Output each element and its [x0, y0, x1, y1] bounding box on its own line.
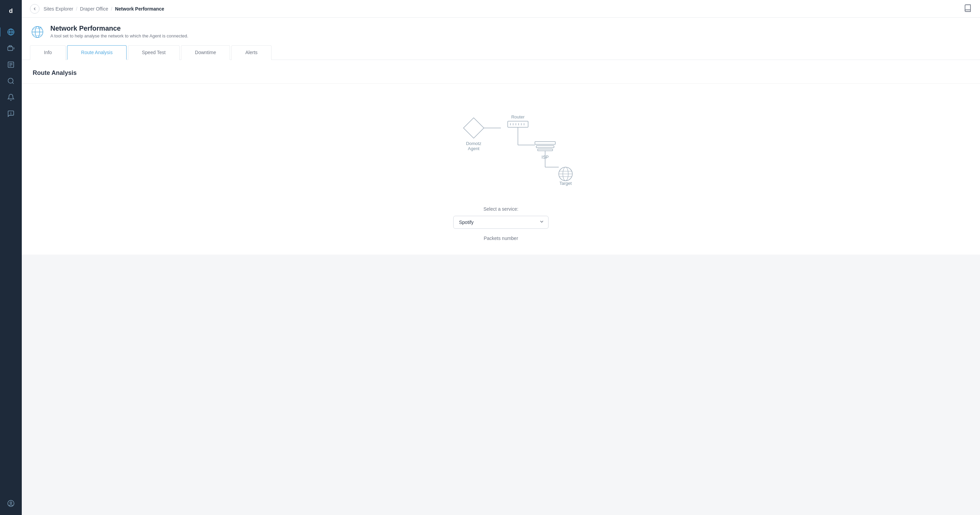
tab-info[interactable]: Info	[30, 45, 66, 60]
sidebar-item-support[interactable]	[3, 496, 18, 511]
breadcrumb: Sites Explorer / Draper Office / Network…	[43, 6, 164, 11]
sidebar: d	[0, 0, 22, 515]
section-header: Route Analysis	[22, 60, 980, 84]
service-select-wrapper[interactable]: Spotify Google Netflix Amazon YouTube	[453, 216, 549, 229]
router-node: Router	[508, 114, 535, 145]
svg-point-13	[8, 501, 14, 507]
page-header: Network Performance A tool set to help a…	[22, 18, 980, 60]
tab-alerts[interactable]: Alerts	[231, 45, 272, 60]
tab-downtime[interactable]: Downtime	[181, 45, 230, 60]
svg-marker-18	[463, 118, 484, 138]
sidebar-item-monitoring[interactable]	[3, 73, 18, 89]
svg-point-9	[8, 78, 13, 83]
sidebar-item-alerts[interactable]	[3, 90, 18, 105]
packets-label: Packets number	[484, 236, 518, 241]
svg-text:Agent: Agent	[468, 146, 479, 151]
svg-rect-33	[536, 146, 554, 148]
content-area: Network Performance A tool set to help a…	[22, 18, 980, 515]
svg-rect-3	[8, 47, 13, 50]
svg-line-10	[12, 82, 14, 84]
page-title: Network Performance	[50, 24, 188, 32]
isp-node: ISP	[535, 142, 559, 167]
tabs: Info Route Analysis Speed Test Downtime …	[30, 45, 972, 59]
breadcrumb-draper[interactable]: Draper Office	[80, 6, 108, 11]
svg-text:Target: Target	[559, 181, 572, 186]
breadcrumb-sites[interactable]: Sites Explorer	[43, 6, 73, 11]
tab-route-analysis[interactable]: Route Analysis	[67, 45, 127, 60]
book-icon[interactable]	[964, 4, 972, 14]
back-button[interactable]	[30, 4, 40, 14]
sidebar-item-reports[interactable]	[3, 57, 18, 72]
network-diagram-svg: Domotz Agent	[35, 97, 966, 206]
main-content: Sites Explorer / Draper Office / Network…	[22, 0, 980, 515]
diagram-area: Domotz Agent	[22, 84, 980, 255]
page-subtitle: A tool set to help analyse the network t…	[50, 33, 188, 38]
sidebar-item-feedback[interactable]	[3, 106, 18, 121]
svg-text:Domotz: Domotz	[466, 141, 482, 146]
breadcrumb-sep-2: /	[111, 6, 112, 11]
target-node: Target	[559, 167, 572, 186]
section-title: Route Analysis	[33, 69, 969, 77]
breadcrumb-current: Network Performance	[115, 6, 164, 11]
service-label: Select a service:	[484, 206, 519, 212]
topbar: Sites Explorer / Draper Office / Network…	[22, 0, 980, 18]
service-select[interactable]: Spotify Google Netflix Amazon YouTube	[453, 216, 549, 229]
svg-point-12	[11, 115, 11, 115]
tab-speed-test[interactable]: Speed Test	[128, 45, 180, 60]
service-section: Select a service: Spotify Google Netflix…	[35, 206, 966, 241]
sidebar-item-devices[interactable]	[3, 41, 18, 56]
svg-text:Router: Router	[511, 114, 525, 120]
network-performance-icon	[30, 24, 45, 40]
svg-rect-34	[538, 149, 553, 151]
svg-rect-32	[535, 142, 555, 144]
svg-rect-4	[9, 46, 11, 47]
svg-text:ISP: ISP	[542, 155, 549, 159]
section-card: Route Analysis Domotz Agent	[22, 60, 980, 255]
route-analysis-container: Route Analysis Domotz Agent	[22, 60, 980, 255]
agent-node: Domotz Agent	[463, 118, 501, 151]
sidebar-item-globe[interactable]	[3, 24, 18, 40]
svg-point-14	[10, 502, 12, 504]
page-title-block: Network Performance A tool set to help a…	[50, 24, 188, 38]
breadcrumb-sep-1: /	[76, 6, 77, 11]
app-logo: d	[4, 4, 18, 18]
svg-rect-22	[508, 121, 528, 127]
